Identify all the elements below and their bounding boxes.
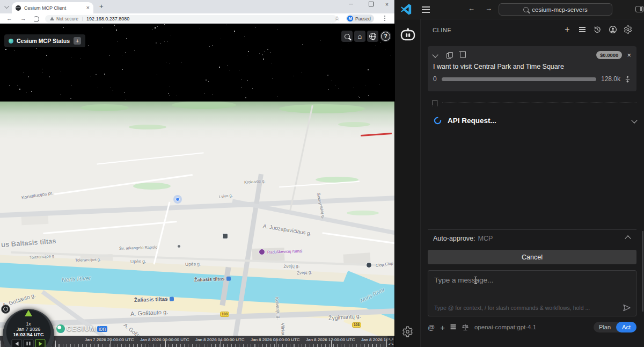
sync-paused-label: Paused (355, 16, 371, 21)
copy-icon[interactable] (447, 52, 451, 57)
history-button[interactable] (591, 24, 603, 35)
cancel-button[interactable]: Cancel (428, 250, 636, 264)
delete-task-icon[interactable] (460, 52, 466, 58)
location-marker (173, 195, 182, 204)
clock-badge-icon[interactable] (1, 305, 10, 314)
forward-button[interactable]: → (20, 16, 26, 21)
pause-button[interactable] (24, 339, 34, 347)
timeline-label: Jan 8 2026 16:00:00 UTC (361, 337, 387, 342)
not-secure-warning-icon (50, 17, 54, 20)
panel-settings-button[interactable] (622, 24, 634, 35)
back-button[interactable]: ← (6, 16, 12, 21)
sim-date: Jan 7 2026 (3, 327, 54, 332)
close-task-icon[interactable]: × (627, 52, 631, 59)
settings-gear-icon[interactable] (402, 326, 413, 337)
layout-panel-icon[interactable] (635, 6, 643, 12)
vscode-titlebar: ← → cesium-mcp-servers (395, 0, 644, 19)
address-bar[interactable]: Not secure 192.168.0.237:8080 (45, 15, 337, 23)
status-dot-icon (9, 39, 13, 44)
cesium-mcp-status-pill[interactable]: Cesium MCP Status + (4, 34, 85, 47)
account-button[interactable] (607, 24, 619, 35)
collapse-task-chevron-icon[interactable] (432, 52, 438, 57)
rules-icon[interactable] (451, 324, 456, 326)
send-icon[interactable] (623, 303, 631, 312)
search-icon (523, 7, 529, 12)
nav-forward-icon[interactable]: → (485, 5, 492, 12)
home-icon: ⌂ (358, 33, 362, 40)
geocoder-search-button[interactable] (341, 31, 353, 42)
mode-toggle[interactable]: Plan Act (594, 322, 636, 332)
browser-tab-strip: Cesium MCP Client × + × (0, 0, 394, 13)
message-input[interactable]: Type a message... Type @ for context, / … (428, 270, 636, 316)
context-mention-button[interactable]: @ (428, 323, 435, 331)
divider (82, 17, 83, 21)
cesium-viewer[interactable]: us Baltasis tiltasTolerancijos g.Toleran… (0, 24, 394, 347)
new-task-button[interactable]: + (561, 24, 573, 35)
tab-title: Cesium MCP Client (24, 5, 84, 11)
window-close-button[interactable]: × (385, 2, 389, 8)
expand-request-chevron-icon[interactable] (631, 117, 637, 123)
play-button[interactable] (35, 339, 46, 347)
not-secure-label[interactable]: Not secure (56, 16, 78, 21)
bookmark-star-icon[interactable]: ☆ (334, 15, 340, 22)
history-icon (593, 25, 602, 34)
api-request-row[interactable]: API Request... (434, 114, 636, 127)
help-icon: ? (381, 32, 390, 41)
auto-approve-section[interactable]: Auto-approve: MCP (428, 229, 636, 247)
browser-tab[interactable]: Cesium MCP Client × (12, 2, 93, 13)
add-button[interactable]: + (440, 323, 445, 331)
window-maximize-button[interactable] (369, 2, 374, 8)
panel-scrollbar[interactable] (642, 231, 643, 312)
cost-badge: $0.0000 (596, 51, 622, 59)
cline-robot-icon[interactable] (399, 26, 416, 42)
text-cursor (475, 277, 476, 284)
tab-search-chevron-icon[interactable] (4, 4, 9, 9)
expand-context-icon[interactable] (624, 76, 631, 83)
status-add-button[interactable]: + (74, 37, 81, 45)
new-tab-button[interactable]: + (99, 2, 104, 10)
tab-close-icon[interactable]: × (86, 5, 90, 11)
vscode-logo-icon (400, 4, 412, 15)
context-window-bar (442, 77, 596, 81)
gear-icon (624, 25, 632, 34)
fullscreen-button[interactable]: ↖↗ ↙↘ (387, 336, 394, 347)
menu-hamburger-icon[interactable] (422, 6, 430, 8)
vscode-window: ← → cesium-mcp-servers CLINE + (394, 0, 644, 347)
shuttle-ring-pointer[interactable] (25, 310, 32, 316)
mcp-scales-icon[interactable] (462, 323, 469, 331)
window-minimize-button[interactable] (349, 2, 353, 8)
nav-back-icon[interactable]: ← (468, 5, 475, 12)
map-shields-layer: 103103 (0, 24, 394, 347)
timeline-label: Jan 8 2026 12:00:00 UTC (306, 337, 355, 342)
play-reverse-button[interactable] (12, 339, 22, 347)
command-center-search[interactable]: cesium-mcp-servers (499, 3, 612, 16)
url-text[interactable]: 192.168.0.237:8080 (86, 16, 129, 21)
poi-palace-icon (259, 249, 265, 255)
browser-menu-icon[interactable] (384, 16, 385, 17)
cesium-timeline[interactable]: Jan 7 2026 16:00:00 UTCJan 7 2026 20:00:… (0, 336, 387, 347)
poi-church-icon (177, 244, 181, 248)
avatar: M (347, 16, 353, 21)
mcp-servers-button[interactable] (576, 24, 588, 35)
auto-approve-value: MCP (478, 235, 493, 242)
input-hint: Type @ for context, / for slash commands… (434, 305, 619, 311)
road-shield: 103 (352, 322, 361, 328)
home-view-button[interactable]: ⌂ (354, 31, 365, 42)
model-selector[interactable]: openai-compat:gpt-4.1 (474, 324, 536, 330)
checkpoint-row (433, 100, 636, 106)
reload-button[interactable] (33, 16, 39, 22)
scene-mode-button[interactable] (367, 31, 378, 42)
bookmark-icon[interactable] (433, 100, 437, 106)
navigation-help-button[interactable]: ? (380, 31, 391, 42)
cesium-ion-logo[interactable]: CESIUM ion (56, 324, 107, 333)
profile-badge[interactable]: M Paused (346, 15, 374, 23)
collapse-chevron-icon[interactable] (625, 235, 631, 241)
tab-favicon-globe-icon (16, 5, 21, 11)
status-label: Cesium MCP Status (17, 38, 70, 44)
act-mode-button[interactable]: Act (616, 322, 636, 332)
plan-mode-button[interactable]: Plan (594, 324, 616, 330)
poi-restaurant-icon (366, 262, 372, 268)
sim-time: 16:03:54 UTC (3, 332, 54, 337)
playback-rate: 1x (3, 321, 54, 327)
checkpoint-dotted-divider (442, 103, 636, 103)
